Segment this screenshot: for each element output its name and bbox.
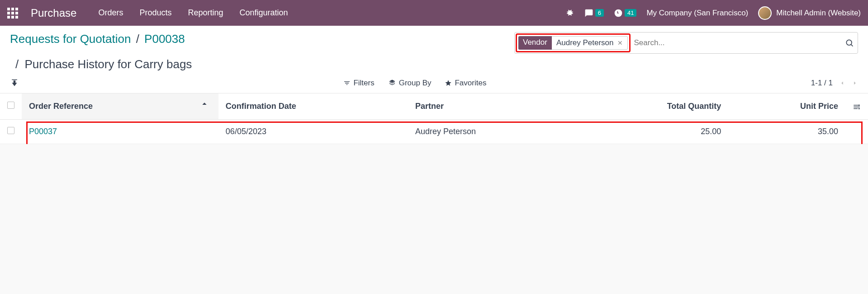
- svg-point-2: [859, 108, 860, 109]
- page-title: Purchase History for Carry bags: [24, 57, 192, 71]
- app-name[interactable]: Purchase: [31, 7, 76, 19]
- breadcrumb: Requests for Quotation / P00038: [10, 32, 185, 46]
- row-checkbox[interactable]: [0, 120, 22, 144]
- download-icon[interactable]: [10, 79, 19, 88]
- search-tag-label: Vendor: [518, 36, 552, 50]
- search-tag-text: Audrey Peterson: [556, 38, 614, 47]
- cell-conf-date: 06/05/2023: [218, 120, 408, 144]
- search-input[interactable]: [631, 37, 845, 49]
- apps-icon[interactable]: [7, 8, 18, 19]
- user-menu[interactable]: Mitchell Admin (Website): [758, 6, 861, 20]
- nav-orders[interactable]: Orders: [98, 8, 123, 18]
- toolbar-center: Filters Group By Favorites: [343, 79, 486, 88]
- col-qty[interactable]: Total Quantity: [575, 93, 728, 120]
- title-row: Requests for Quotation / P00038 Vendor A…: [0, 26, 868, 56]
- breadcrumb-root[interactable]: Requests for Quotation: [10, 32, 131, 46]
- nav-right: 6 41 My Company (San Francisco) Mitchell…: [565, 6, 861, 20]
- pager-text: 1-1 / 1: [811, 79, 833, 88]
- col-checkbox[interactable]: [0, 93, 22, 120]
- groupby-button[interactable]: Group By: [388, 79, 432, 88]
- groupby-label: Group By: [399, 79, 432, 88]
- debug-icon[interactable]: [565, 9, 574, 18]
- table-wrap: Order Reference Confirmation Date Partne…: [0, 93, 868, 144]
- col-partner[interactable]: Partner: [408, 93, 575, 120]
- cell-order-ref[interactable]: P00037: [22, 120, 218, 144]
- pager-prev-icon[interactable]: [839, 80, 845, 86]
- pager-next-icon[interactable]: [852, 80, 858, 86]
- favorites-label: Favorites: [455, 79, 486, 88]
- pager: 1-1 / 1: [811, 79, 858, 88]
- avatar: [758, 6, 772, 20]
- col-options[interactable]: [845, 93, 868, 120]
- subtitle-row: / Purchase History for Carry bags: [0, 56, 868, 75]
- search-icon[interactable]: [845, 38, 854, 47]
- close-icon[interactable]: ✕: [617, 39, 623, 47]
- activities-icon[interactable]: 41: [614, 9, 636, 18]
- search-bar[interactable]: Vendor Audrey Peterson ✕: [514, 32, 858, 54]
- toolbar: Filters Group By Favorites 1-1 / 1: [0, 75, 868, 93]
- messages-icon[interactable]: 6: [584, 9, 604, 18]
- nav-reporting[interactable]: Reporting: [188, 8, 223, 18]
- col-order-ref-label: Order Reference: [29, 102, 93, 111]
- svg-point-3: [859, 104, 860, 106]
- search-tag: Vendor Audrey Peterson ✕: [516, 33, 631, 52]
- subtitle-sep: /: [10, 57, 21, 71]
- filters-label: Filters: [353, 79, 374, 88]
- user-name: Mitchell Admin (Website): [776, 9, 861, 18]
- search-tag-value: Audrey Peterson ✕: [552, 36, 628, 50]
- nav-configuration[interactable]: Configuration: [240, 8, 288, 18]
- favorites-button[interactable]: Favorites: [445, 79, 486, 88]
- svg-line-1: [851, 45, 853, 47]
- breadcrumb-sep: /: [134, 32, 141, 46]
- svg-point-0: [846, 40, 852, 45]
- cell-empty: [845, 120, 868, 144]
- col-conf-date[interactable]: Confirmation Date: [218, 93, 408, 120]
- filters-button[interactable]: Filters: [343, 79, 374, 88]
- activities-badge: 41: [625, 9, 636, 17]
- nav-menu: Orders Products Reporting Configuration: [98, 8, 288, 18]
- col-order-ref[interactable]: Order Reference: [22, 93, 218, 120]
- sort-asc-icon: [201, 102, 211, 108]
- company-switcher[interactable]: My Company (San Francisco): [646, 9, 748, 18]
- cell-partner: Audrey Peterson: [408, 120, 575, 144]
- col-price[interactable]: Unit Price: [728, 93, 845, 120]
- cell-qty: 25.00: [575, 120, 728, 144]
- main-navbar: Purchase Orders Products Reporting Confi…: [0, 0, 868, 26]
- breadcrumb-po[interactable]: P00038: [144, 32, 185, 46]
- nav-products[interactable]: Products: [139, 8, 171, 18]
- history-table: Order Reference Confirmation Date Partne…: [0, 93, 868, 144]
- table-row[interactable]: P00037 06/05/2023 Audrey Peterson 25.00 …: [0, 120, 868, 144]
- cell-price: 35.00: [728, 120, 845, 144]
- messages-badge: 6: [595, 9, 604, 17]
